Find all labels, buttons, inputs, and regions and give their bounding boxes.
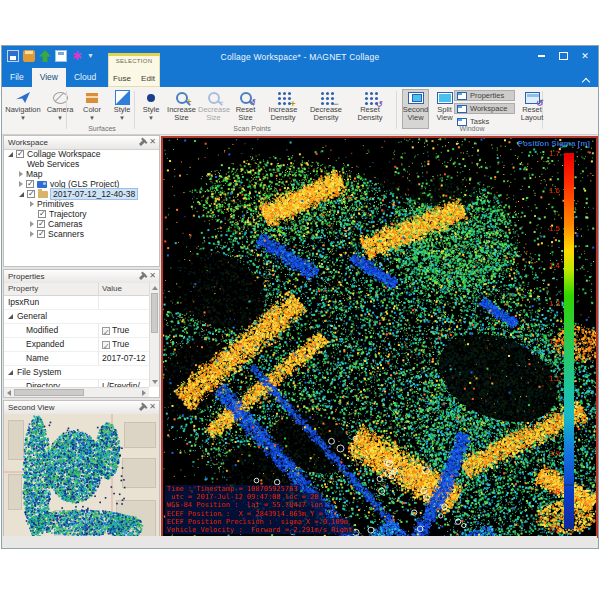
checkbox[interactable] [37, 220, 45, 228]
workspace-panel: Workspace ✕ Collage WorkspaceWeb Service… [3, 135, 160, 267]
property-row-file-system[interactable]: File System [4, 366, 149, 380]
properties-panel-title: Properties [8, 272, 44, 281]
navigation-button[interactable]: Navigation▼ [4, 89, 42, 129]
property-row-general[interactable]: General [4, 310, 149, 324]
tree-item-label: Map [26, 169, 43, 179]
tree-item-map[interactable]: Map [4, 169, 159, 179]
tab-file[interactable]: File [2, 68, 32, 87]
tree-item-collage-workspace[interactable]: Collage Workspace [4, 149, 159, 159]
legend-tick: 1.3 [532, 299, 560, 308]
legend-tick: 1.1 [532, 374, 560, 383]
checkbox[interactable] [37, 230, 45, 238]
close-icon[interactable]: ✕ [149, 272, 156, 280]
style-button[interactable]: Style▼ [138, 89, 164, 129]
checkbox[interactable] [27, 190, 35, 198]
magnifier-minus-icon: − [208, 92, 220, 104]
contextual-accent-bar [108, 53, 160, 56]
run-folder-icon [38, 191, 48, 198]
style-points-icon [147, 94, 155, 102]
vertical-scrollbar[interactable] [149, 283, 159, 387]
reset-size-button[interactable]: ↺ResetSize [230, 89, 261, 129]
expander-icon[interactable] [8, 152, 13, 157]
legend-tick: 1.2 [532, 337, 560, 346]
column-header-property[interactable]: Property [4, 283, 99, 295]
property-row-directory[interactable]: DirectoryL/Freydin/_ [4, 380, 149, 387]
tree-item-web-services[interactable]: Web Services [4, 159, 159, 169]
minimize-button[interactable] [530, 48, 552, 64]
expander-icon[interactable] [19, 171, 23, 177]
expander-icon[interactable] [30, 221, 34, 227]
color-icon [86, 93, 98, 103]
property-row-modified[interactable]: ModifiedTrue [4, 324, 149, 338]
contextual-tab-fuse[interactable]: Fuse [113, 72, 131, 86]
expander-icon[interactable] [30, 201, 34, 207]
pin-icon[interactable] [139, 403, 146, 410]
increase-density-button[interactable]: +IncreaseDensity [263, 89, 303, 129]
tab-view[interactable]: View [32, 68, 66, 87]
screenshot-root: ✱ ▼ Collage Workspace* - MAGNET Collage … [0, 0, 600, 600]
ribbon: Navigation▼Camera▼Color▼Style▼Style▼+Inc… [2, 87, 598, 135]
tree-item-scanners[interactable]: Scanners [4, 229, 159, 239]
checkbox[interactable] [38, 210, 46, 218]
contextual-tab-group: SELECTION FuseEdit [108, 53, 160, 87]
main-viewport: Position Sigma [m] 1.71.61.51.41.31.21.1… [161, 136, 598, 538]
tab-cloud[interactable]: Cloud [66, 68, 104, 87]
color-button[interactable]: Color▼ [78, 89, 106, 129]
app-window: ✱ ▼ Collage Workspace* - MAGNET Collage … [1, 45, 599, 549]
horizontal-scrollbar[interactable] [4, 387, 149, 397]
second-view-button[interactable]: SecondView [402, 89, 429, 129]
workspace-tree: Collage WorkspaceWeb ServicesMapvolg (GL… [4, 149, 159, 266]
property-row-expanded[interactable]: ExpandedTrue [4, 338, 149, 352]
expander-icon[interactable] [19, 181, 23, 187]
tree-item-2017-07-12-12-40-38[interactable]: 2017-07-12_12-40-38 [4, 189, 159, 199]
telemetry-line: ECEF Position Precision : sigma X = 0.10… [165, 518, 350, 526]
camera-blue-icon [37, 181, 47, 188]
density-reset-icon: ↺ [364, 91, 377, 104]
close-icon[interactable]: ✕ [149, 138, 156, 146]
tab-row: FileViewCloudTools [2, 68, 598, 87]
window-controls: ✕ [530, 48, 596, 64]
reset-density-button[interactable]: ↺ResetDensity [349, 89, 391, 129]
ribbon-group-label: Surfaces [88, 125, 116, 132]
second-view-panel-header: Second View ✕ [4, 401, 159, 415]
telemetry-line: WGS-84 Position : lat = 55.78417 lon [165, 501, 325, 509]
checkbox[interactable] [26, 180, 34, 188]
properties-grid: Property Value IpsxRunGeneralModifiedTru… [4, 283, 149, 387]
reset-layout-icon [525, 92, 540, 104]
column-header-value[interactable]: Value [99, 283, 149, 295]
tree-item-label: 2017-07-12_12-40-38 [51, 189, 137, 199]
pin-icon[interactable] [139, 138, 146, 145]
toggle-workspace-button[interactable]: Workspace [454, 103, 515, 114]
increase-size-button[interactable]: +IncreaseSize [166, 89, 197, 129]
camera-button[interactable]: Camera▼ [44, 89, 76, 129]
style-button[interactable]: Style▼ [108, 89, 136, 129]
value-checkbox[interactable] [102, 341, 110, 349]
contextual-tabs: FuseEdit [108, 72, 160, 86]
tree-item-volg-gls-project-[interactable]: volg (GLS Project) [4, 179, 159, 189]
value-checkbox[interactable] [102, 327, 110, 335]
decrease-density-button[interactable]: −DecreaseDensity [305, 89, 347, 129]
checkbox[interactable] [16, 150, 24, 158]
close-icon[interactable]: ✕ [149, 403, 156, 411]
expander-icon[interactable] [19, 192, 24, 197]
property-row-ipsxrun[interactable]: IpsxRun [4, 296, 149, 310]
title-bar: ✱ ▼ Collage Workspace* - MAGNET Collage … [2, 46, 598, 68]
legend-tick: 0.7 [532, 525, 560, 534]
tree-item-label: Scanners [48, 229, 84, 239]
second-view-map[interactable] [4, 414, 159, 545]
tree-item-cameras[interactable]: Cameras [4, 219, 159, 229]
tree-item-primitives[interactable]: Primitives [4, 199, 159, 209]
tree-item-trajectory[interactable]: Trajectory [4, 209, 159, 219]
properties-panel-header: Properties ✕ [4, 270, 159, 284]
expander-icon[interactable] [30, 231, 34, 237]
toggle-properties-button[interactable]: Properties [454, 90, 515, 101]
telemetry-line: Time : Timestamp = 108705925763 [165, 485, 300, 493]
reset-layout-button[interactable]: ResetLayout [516, 89, 548, 129]
pin-icon[interactable] [139, 272, 146, 279]
property-row-name[interactable]: Name2017-07-12 [4, 352, 149, 366]
close-button[interactable]: ✕ [574, 48, 596, 64]
maximize-button[interactable] [552, 48, 574, 64]
ribbon-group-label: Scan Points [233, 125, 270, 132]
magnifier-plus-icon: + [176, 92, 188, 104]
contextual-tab-edit[interactable]: Edit [141, 72, 155, 86]
